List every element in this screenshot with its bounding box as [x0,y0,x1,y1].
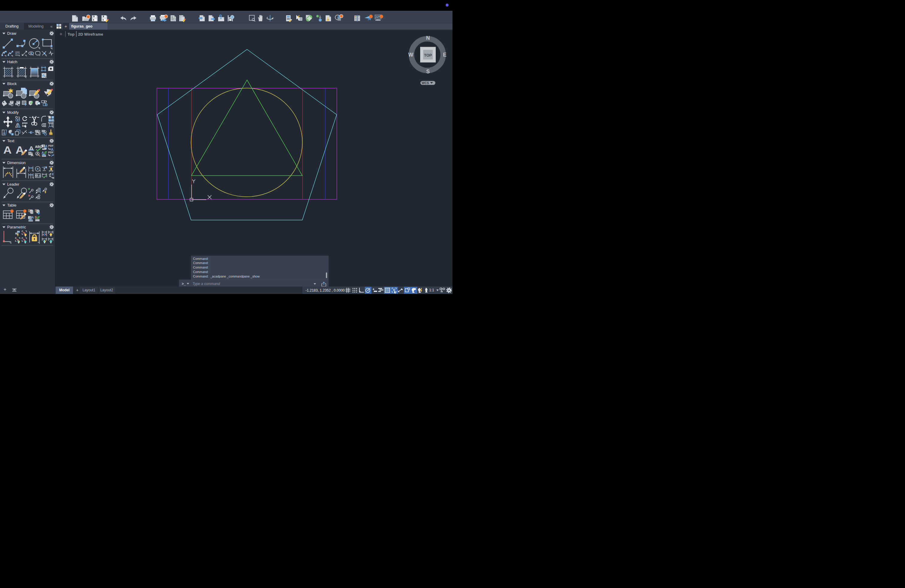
svg-text:A: A [32,216,34,219]
svg-text:A: A [45,144,48,148]
svg-text:W: W [408,52,413,58]
svg-text:A: A [41,151,44,154]
svg-text:A: A [31,153,33,157]
svg-text:N: N [426,35,430,41]
svg-text:X: X [52,173,54,176]
svg-text:.1: .1 [38,174,41,177]
svg-text:TOP: TOP [424,53,432,57]
svg-text:A: A [37,152,39,156]
svg-text:S: S [426,68,430,75]
svg-text:E: E [443,52,446,58]
svg-text:S: S [35,216,37,219]
svg-text:S: S [28,209,30,213]
svg-text:WCS: WCS [422,81,429,85]
